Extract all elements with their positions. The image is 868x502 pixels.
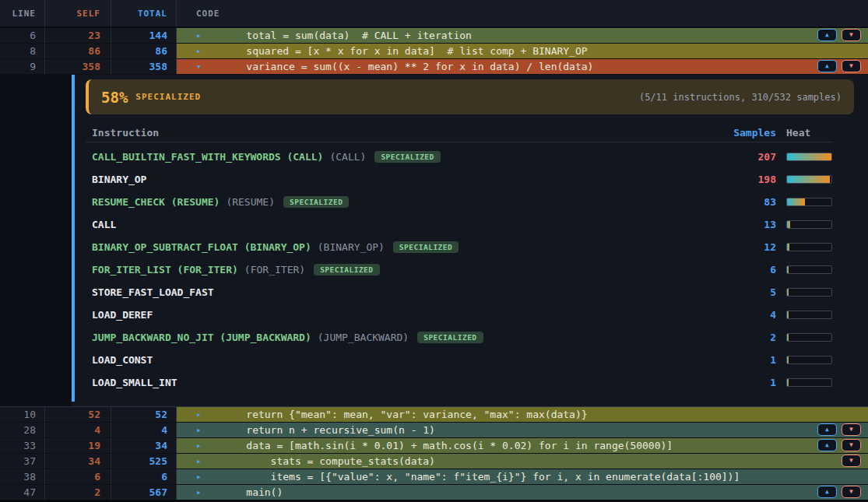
heat-bar bbox=[786, 243, 832, 251]
code-line-row: 10 52 52 ▸ return {"mean": mean, "var": … bbox=[0, 407, 868, 423]
jump-down-button[interactable]: ▼ bbox=[842, 29, 861, 41]
jump-up-button[interactable]: ▲ bbox=[817, 439, 837, 451]
total-samples-value: 144 bbox=[111, 28, 177, 43]
column-header-heat: Heat bbox=[786, 127, 832, 139]
instruction-table: Instruction Samples Heat CALL_BUILTIN_FA… bbox=[86, 124, 854, 394]
self-samples-value: 34 bbox=[45, 454, 111, 469]
instruction-opname: RESUME_CHECK (RESUME) bbox=[92, 196, 220, 208]
instruction-samples-value: 6 bbox=[729, 264, 776, 276]
line-number: 37 bbox=[0, 454, 45, 469]
jump-up-button[interactable]: ▲ bbox=[817, 423, 837, 436]
specialized-label: SPECIALIZED bbox=[135, 92, 201, 102]
code-line-row: 37 34 525 ▸ stats = compute_stats(data) … bbox=[0, 454, 868, 469]
instruction-name-cell: CALL_BUILTIN_FAST_WITH_KEYWORDS (CALL) (… bbox=[86, 151, 729, 163]
instruction-opname: LOAD_DEREF bbox=[92, 309, 153, 321]
self-samples-value: 6 bbox=[45, 469, 111, 484]
instruction-name-cell: FOR_ITER_LIST (FOR_ITER) (FOR_ITER) SPEC… bbox=[86, 264, 729, 276]
instruction-samples-value: 5 bbox=[729, 286, 776, 298]
source-code-text: total = sum(data) # CALL + iteration bbox=[222, 30, 472, 41]
total-samples-value: 6 bbox=[111, 469, 177, 484]
self-samples-value: 23 bbox=[45, 28, 111, 43]
expander-triangle-icon[interactable]: ▸ bbox=[196, 426, 206, 434]
total-samples-value: 34 bbox=[111, 438, 177, 453]
instruction-row: BINARY_OP_SUBTRACT_FLOAT (BINARY_OP) (BI… bbox=[86, 236, 832, 258]
expander-triangle-icon[interactable]: ▸ bbox=[196, 410, 206, 419]
expander-triangle-icon[interactable]: ▸ bbox=[196, 441, 206, 450]
jump-down-button[interactable]: ▼ bbox=[842, 423, 861, 436]
row-nav-buttons: ▲ ▼ bbox=[817, 29, 861, 41]
specialized-badge: SPECIALIZED bbox=[417, 332, 483, 344]
instruction-samples-value: 83 bbox=[729, 196, 776, 208]
column-header-line: LINE bbox=[0, 0, 45, 26]
instruction-table-header: Instruction Samples Heat bbox=[86, 124, 832, 142]
heat-bar-fill bbox=[787, 266, 789, 273]
jump-up-button[interactable]: ▲ bbox=[817, 60, 837, 72]
instruction-opname: BINARY_OP_SUBTRACT_FLOAT (BINARY_OP) bbox=[92, 241, 311, 253]
instruction-row: FOR_ITER_LIST (FOR_ITER) (FOR_ITER) SPEC… bbox=[86, 258, 832, 281]
jump-up-button[interactable]: ▲ bbox=[817, 486, 837, 498]
column-header-instruction: Instruction bbox=[86, 127, 729, 139]
instruction-name-cell: LOAD_SMALL_INT bbox=[86, 377, 729, 388]
self-samples-value: 86 bbox=[45, 44, 111, 58]
table-header-row: LINE SELF TOTAL CODE bbox=[0, 0, 868, 28]
self-samples-value: 19 bbox=[45, 438, 111, 453]
line-number: 9 bbox=[0, 59, 45, 74]
jump-down-button[interactable]: ▼ bbox=[842, 439, 861, 451]
expander-triangle-icon[interactable]: ▸ bbox=[196, 488, 206, 497]
instruction-row: LOAD_SMALL_INT 1 bbox=[86, 371, 832, 394]
instruction-opname: STORE_FAST_LOAD_FAST bbox=[92, 286, 214, 298]
instruction-row: JUMP_BACKWARD_NO_JIT (JUMP_BACKWARD) (JU… bbox=[86, 326, 832, 349]
instruction-row: BINARY_OP 198 bbox=[86, 168, 832, 191]
heat-bar bbox=[786, 333, 832, 342]
expander-triangle-icon[interactable]: ▸ bbox=[196, 47, 206, 55]
expander-triangle-icon[interactable]: ▸ bbox=[196, 31, 206, 40]
line-number: 6 bbox=[0, 28, 45, 43]
code-cell[interactable]: ▸ return n + recursive_sum(n - 1) ▲ ▼ bbox=[177, 423, 868, 437]
self-samples-value: 4 bbox=[45, 423, 111, 437]
source-code-text: main() bbox=[222, 486, 283, 498]
jump-down-button[interactable]: ▼ bbox=[842, 486, 861, 498]
instruction-opname: JUMP_BACKWARD_NO_JIT (JUMP_BACKWARD) bbox=[92, 332, 311, 343]
column-header-total: TOTAL bbox=[111, 0, 177, 26]
heat-bar-fill bbox=[787, 311, 789, 318]
line-number: 10 bbox=[0, 407, 45, 422]
column-header-self: SELF bbox=[45, 0, 111, 26]
instruction-opname: LOAD_SMALL_INT bbox=[92, 377, 177, 388]
source-code-text: items = [{"value": x, "name": f"item_{i}… bbox=[222, 471, 740, 483]
instruction-row: CALL_BUILTIN_FAST_WITH_KEYWORDS (CALL) (… bbox=[86, 146, 832, 168]
heat-bar-fill bbox=[787, 153, 831, 160]
code-cell[interactable]: ▸ return {"mean": mean, "var": variance,… bbox=[177, 407, 868, 422]
jump-down-button[interactable]: ▼ bbox=[842, 455, 861, 467]
specialization-summary: 58% SPECIALIZED (5/11 instructions, 310/… bbox=[86, 79, 854, 114]
code-cell[interactable]: ▾ variance = sum((x - mean) ** 2 for x i… bbox=[177, 59, 868, 74]
expander-triangle-icon[interactable]: ▸ bbox=[196, 472, 206, 481]
total-samples-value: 86 bbox=[111, 44, 177, 58]
expander-triangle-icon[interactable]: ▸ bbox=[196, 457, 206, 465]
code-cell[interactable]: ▸ total = sum(data) # CALL + iteration ▲… bbox=[177, 28, 868, 43]
jump-down-button[interactable]: ▼ bbox=[842, 60, 861, 72]
code-cell[interactable]: ▸ squared = [x * x for x in data] # list… bbox=[177, 44, 868, 58]
row-nav-buttons: ▲ ▼ bbox=[817, 486, 861, 498]
code-cell[interactable]: ▸ data = [math.sin(i * 0.01) + math.cos(… bbox=[177, 438, 868, 453]
code-cell[interactable]: ▸ stats = compute_stats(data) ▼ bbox=[177, 454, 868, 469]
instruction-samples-value: 4 bbox=[729, 309, 776, 321]
instruction-name-cell: JUMP_BACKWARD_NO_JIT (JUMP_BACKWARD) (JU… bbox=[86, 332, 729, 344]
instruction-name-cell: LOAD_DEREF bbox=[86, 309, 729, 321]
row-nav-buttons: ▼ bbox=[842, 455, 861, 467]
column-header-samples: Samples bbox=[729, 127, 776, 139]
source-code-text: data = [math.sin(i * 0.01) + math.cos(i … bbox=[222, 440, 673, 451]
code-rows-bottom: 10 52 52 ▸ return {"mean": mean, "var": … bbox=[0, 406, 868, 500]
specialization-meta: (5/11 instructions, 310/532 samples) bbox=[639, 92, 842, 103]
instruction-samples-value: 198 bbox=[729, 174, 776, 185]
row-nav-buttons: ▲ ▼ bbox=[817, 423, 861, 436]
line-number: 47 bbox=[0, 485, 45, 500]
code-cell[interactable]: ▸ main() ▲ ▼ bbox=[177, 485, 868, 500]
expander-triangle-icon[interactable]: ▾ bbox=[196, 62, 206, 71]
total-samples-value: 358 bbox=[111, 59, 177, 74]
source-code-text: stats = compute_stats(data) bbox=[222, 455, 435, 467]
source-code-text: variance = sum((x - mean) ** 2 for x in … bbox=[222, 61, 593, 72]
heat-bar-fill bbox=[787, 379, 789, 386]
jump-up-button[interactable]: ▲ bbox=[817, 29, 837, 41]
code-cell[interactable]: ▸ items = [{"value": x, "name": f"item_{… bbox=[177, 469, 868, 484]
column-header-code: CODE bbox=[177, 0, 868, 26]
